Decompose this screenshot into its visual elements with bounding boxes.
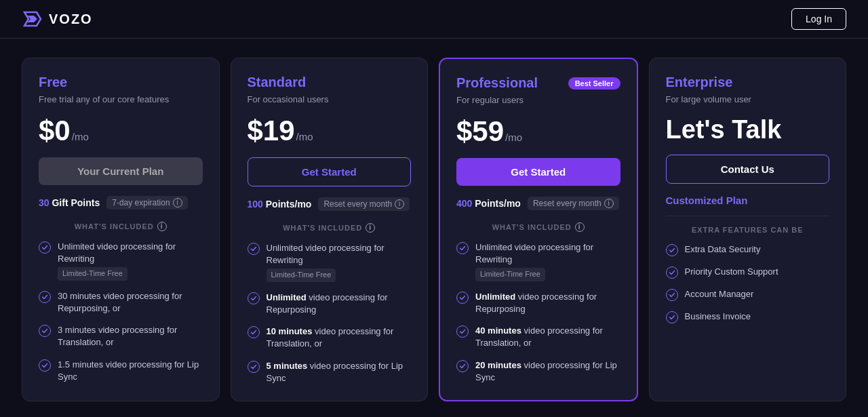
professional-price: $59 bbox=[456, 117, 504, 146]
enterprise-plan-card: Enterprise For large volume user Let's T… bbox=[649, 58, 847, 401]
list-item: Unlimited video processing for Rewriting… bbox=[39, 241, 203, 281]
professional-points-info-icon[interactable]: i bbox=[604, 199, 614, 208]
professional-plan-name: Professional bbox=[456, 75, 538, 91]
check-icon bbox=[456, 360, 469, 372]
standard-whats-included: WHAT'S INCLUDED i bbox=[248, 223, 412, 233]
free-cta-button[interactable]: Your Current Plan bbox=[39, 157, 203, 185]
standard-feature-list: Unlimited video processing for Rewriting… bbox=[248, 242, 412, 384]
list-item: 20 minutes video processing for Lip Sync bbox=[456, 359, 620, 384]
check-icon bbox=[248, 326, 260, 338]
standard-period: /mo bbox=[296, 131, 313, 142]
list-item: 3 minutes video processing for Translati… bbox=[39, 324, 203, 349]
standard-cta-button[interactable]: Get Started bbox=[248, 157, 412, 186]
check-icon bbox=[39, 241, 51, 254]
professional-period: /mo bbox=[505, 132, 522, 143]
standard-plan-desc: For occasional users bbox=[248, 94, 412, 104]
free-whats-included: WHAT'S INCLUDED i bbox=[39, 222, 203, 231]
free-points-label: 30 Gift Points bbox=[39, 197, 100, 208]
free-points-badge: 7-day expiration i bbox=[106, 196, 187, 210]
free-plan-header: Free bbox=[39, 75, 203, 90]
header: VOZO Log In bbox=[0, 0, 868, 39]
standard-points-label: 100 Points/mo bbox=[248, 199, 312, 210]
professional-points-row: 400 Points/mo Reset every month i bbox=[456, 197, 620, 210]
enterprise-plan-header: Enterprise bbox=[666, 75, 830, 90]
pricing-section: Free Free trial any of our core features… bbox=[0, 39, 868, 417]
free-points-row: 30 Gift Points 7-day expiration i bbox=[39, 196, 203, 210]
professional-points-label: 400 Points/mo bbox=[456, 198, 521, 209]
standard-plan-name: Standard bbox=[248, 75, 307, 90]
check-icon bbox=[248, 292, 260, 304]
list-item: Unlimited video processing for Repurposi… bbox=[456, 291, 620, 315]
standard-points-row: 100 Points/mo Reset every month i bbox=[248, 197, 412, 211]
check-icon bbox=[666, 244, 678, 256]
list-item: 40 minutes video processing for Translat… bbox=[456, 325, 620, 349]
check-icon bbox=[456, 325, 469, 338]
list-item: Unlimited video processing for Rewriting… bbox=[248, 242, 412, 282]
list-item: 30 minutes video processing for Repurpos… bbox=[39, 290, 203, 315]
divider bbox=[666, 216, 830, 216]
check-icon bbox=[39, 325, 51, 337]
free-plan-desc: Free trial any of our core features bbox=[39, 94, 203, 104]
check-icon bbox=[666, 311, 678, 323]
list-item: Business Invoice bbox=[666, 311, 830, 323]
check-icon bbox=[248, 361, 260, 373]
login-button[interactable]: Log In bbox=[791, 8, 846, 30]
free-price-row: $0 /mo bbox=[39, 117, 203, 145]
enterprise-cta-button[interactable]: Contact Us bbox=[666, 155, 830, 184]
professional-plan-desc: For regular users bbox=[456, 95, 620, 105]
standard-price: $19 bbox=[248, 117, 295, 145]
professional-whats-included: WHAT'S INCLUDED i bbox=[456, 222, 620, 232]
check-icon bbox=[39, 359, 51, 372]
standard-included-info-icon[interactable]: i bbox=[366, 223, 375, 233]
check-icon bbox=[666, 266, 678, 279]
list-item: 10 minutes video processing for Translat… bbox=[248, 325, 412, 350]
best-seller-badge: Best Seller bbox=[568, 77, 620, 90]
enterprise-plan-desc: For large volume user bbox=[666, 94, 830, 104]
check-icon bbox=[248, 243, 260, 255]
standard-plan-card: Standard For occasional users $19 /mo Ge… bbox=[231, 58, 429, 401]
enterprise-price-talk: Let's Talk bbox=[666, 117, 830, 142]
list-item: Extra Data Security bbox=[666, 243, 830, 256]
logo-icon bbox=[22, 8, 43, 30]
free-points-info-icon[interactable]: i bbox=[173, 198, 182, 207]
list-item: Unlimited video processing for Repurposi… bbox=[248, 292, 412, 316]
professional-feature-list: Unlimited video processing for Rewriting… bbox=[456, 241, 620, 384]
professional-plan-card: Professional Best Seller For regular use… bbox=[439, 58, 638, 401]
standard-points-info-icon[interactable]: i bbox=[395, 199, 404, 209]
list-item: Unlimited video processing for Rewriting… bbox=[456, 241, 620, 281]
professional-cta-button[interactable]: Get Started bbox=[456, 158, 620, 186]
list-item: 5 minutes video processing for Lip Sync bbox=[248, 360, 412, 384]
enterprise-feature-list: Extra Data Security Priority Custom Supp… bbox=[666, 243, 830, 323]
check-icon bbox=[456, 242, 469, 254]
logo-area: VOZO bbox=[22, 8, 93, 30]
professional-price-row: $59 /mo bbox=[456, 117, 620, 146]
check-icon bbox=[456, 292, 469, 304]
standard-points-badge: Reset every month i bbox=[318, 197, 410, 211]
enterprise-customized-label: Customized Plan bbox=[666, 195, 830, 206]
enterprise-plan-name: Enterprise bbox=[666, 75, 733, 90]
free-period: /mo bbox=[72, 131, 89, 142]
professional-points-badge: Reset every month i bbox=[528, 197, 619, 210]
free-plan-card: Free Free trial any of our core features… bbox=[22, 58, 220, 401]
free-plan-name: Free bbox=[39, 75, 67, 90]
list-item: Account Manager bbox=[666, 288, 830, 301]
free-price: $0 bbox=[39, 117, 71, 145]
logo-text: VOZO bbox=[49, 12, 93, 27]
standard-price-row: $19 /mo bbox=[248, 117, 412, 145]
standard-plan-header: Standard bbox=[248, 75, 412, 90]
list-item: Priority Custom Support bbox=[666, 266, 830, 279]
free-included-info-icon[interactable]: i bbox=[157, 222, 167, 231]
professional-plan-header: Professional Best Seller bbox=[456, 75, 620, 91]
list-item: 1.5 minutes video processing for Lip Syn… bbox=[39, 359, 203, 383]
check-icon bbox=[39, 291, 51, 303]
check-icon bbox=[666, 289, 678, 301]
enterprise-extra-features-label: EXTRA FEATURES CAN BE bbox=[666, 226, 830, 234]
free-feature-list: Unlimited video processing for Rewriting… bbox=[39, 241, 203, 383]
professional-included-info-icon[interactable]: i bbox=[575, 222, 585, 232]
